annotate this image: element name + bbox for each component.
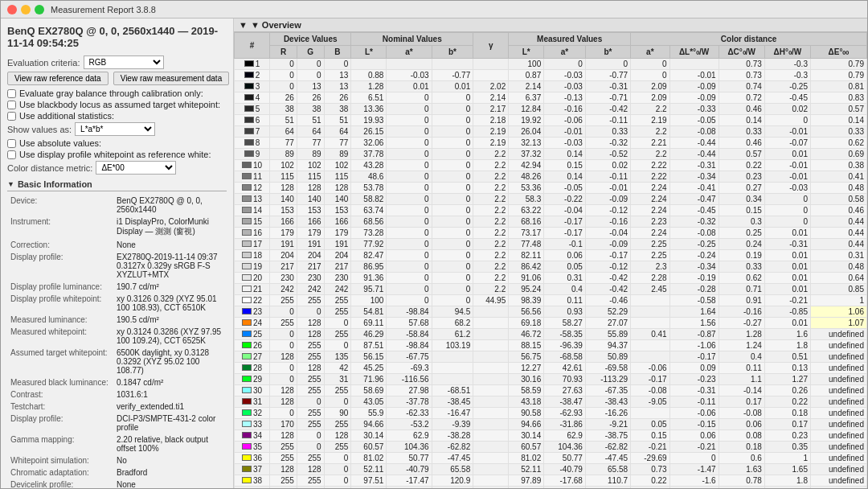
cell-a: 0.01 [387, 81, 432, 92]
evaluation-criteria-select[interactable]: RGB [84, 55, 164, 69]
cell-b: 153 [324, 205, 351, 216]
absolute-values-row: Use absolute values: [7, 138, 227, 148]
absolute-values-checkbox[interactable] [7, 139, 16, 148]
gray-balance-checkbox[interactable] [7, 89, 16, 98]
basic-info-field-label: Chromatic adaptation: [9, 467, 113, 478]
cell-b: 0 [324, 464, 351, 475]
cell-dc: -0.14 [719, 385, 764, 397]
data-row: 10001000000.73-0.30.79 [235, 59, 867, 70]
cell-dl: -0.09 [669, 81, 719, 92]
cell-r: 128 [270, 464, 297, 475]
basic-info-field-value: verify_extended.ti1 [115, 401, 225, 412]
cell-ma: -0.05 [544, 183, 586, 194]
cell-g: 166 [297, 216, 324, 228]
cell-dc: 0.73 [719, 70, 764, 81]
cell-de: 1.07 [810, 318, 866, 329]
minimize-button[interactable] [21, 5, 31, 14]
cell-g: 255 [297, 295, 324, 306]
cell-mb: 110.7 [585, 475, 630, 487]
cell-r: 255 [270, 318, 297, 329]
cell-num: 26 [235, 340, 270, 351]
maximize-button[interactable] [35, 5, 44, 14]
cell-mb: -38.75 [585, 430, 630, 442]
cell-a: -58.84 [387, 329, 432, 340]
show-values-select[interactable]: L*a*b* [75, 122, 155, 136]
view-raw-ref-button[interactable]: View raw reference data [7, 72, 108, 85]
cell-g: 255 [297, 374, 324, 385]
cell-r: 64 [270, 126, 297, 138]
basic-info-field-label: Device: [9, 195, 113, 215]
cell-g: 89 [297, 149, 324, 160]
cell-dc: 0.27 [719, 183, 764, 194]
cell-g: 0 [297, 70, 324, 81]
basic-info-field-value: DCI-P3/SMPTE-431-2 color profile [115, 413, 225, 433]
data-row: 2902553171.96-116.5630.1670.93-113.29-0.… [235, 374, 867, 385]
cell-mb: 40.45 [585, 487, 630, 489]
cell-g: 51 [297, 115, 324, 126]
cell-ma: -0.17 [544, 228, 586, 239]
cell-gamma: 2.2 [473, 216, 509, 228]
cell-r: 0 [270, 70, 297, 81]
cell-ma: -0.1 [544, 239, 586, 250]
cell-num: 33 [235, 419, 270, 430]
additional-stats-checkbox[interactable] [7, 112, 16, 121]
data-row: 3925525525598.13-17.4543.3898.15-19.7340… [235, 487, 867, 489]
cell-r: 170 [270, 419, 297, 430]
cell-dl: -0.25 [669, 239, 719, 250]
cell-ma2: 2.25 [631, 250, 670, 261]
basic-info-field-value: Bradford [115, 467, 225, 478]
cell-a: 0 [387, 216, 432, 228]
cell-l: 98.13 [351, 487, 387, 489]
data-table-container[interactable]: # Device Values Nominal Values γ Measure… [234, 32, 867, 488]
cell-num: 38 [235, 475, 270, 487]
data-row: 38255255097.51-17.47120.997.89-17.68110.… [235, 475, 867, 487]
cell-dl: -0.41 [669, 183, 719, 194]
cell-ml: 63.22 [509, 205, 544, 216]
cell-r: 0 [270, 329, 297, 340]
view-raw-meas-button[interactable]: View raw measurement data [113, 72, 230, 85]
color-distance-label: Color distance metric: [7, 163, 92, 173]
cell-l: 48.6 [351, 171, 387, 183]
cell-r: 191 [270, 239, 297, 250]
cell-dh: 0.17 [764, 419, 810, 430]
cell-ml: 94.66 [509, 419, 544, 430]
cell-r: 128 [270, 385, 297, 397]
cell-dh: 0.01 [764, 261, 810, 273]
cell-dh: 0.24 [764, 487, 810, 489]
cell-ma: -0.03 [544, 70, 586, 81]
cell-dc: 0.24 [719, 239, 764, 250]
cell-num: 14 [235, 205, 270, 216]
cell-dh: 0 [764, 205, 810, 216]
cell-gamma: 2.18 [473, 115, 509, 126]
basic-info-field-label: Display profile whitepoint: [9, 294, 113, 313]
cell-l: 94.66 [351, 419, 387, 430]
cell-ml: 19.92 [509, 115, 544, 126]
cell-dc: 1.28 [719, 329, 764, 340]
cell-b2: 0 [432, 138, 473, 149]
color-distance-select[interactable]: ΔE*00 [96, 161, 176, 175]
cell-gamma: 2.2 [473, 239, 509, 250]
cell-num: 37 [235, 464, 270, 475]
cell-ma: -0.13 [544, 92, 586, 104]
cell-dc: 0.74 [719, 81, 764, 92]
cell-ml: 88.15 [509, 340, 544, 351]
cell-gamma [473, 340, 509, 351]
cell-a: -98.84 [387, 340, 432, 351]
cell-num: 20 [235, 273, 270, 284]
display-profile-wp-checkbox[interactable] [7, 150, 16, 159]
data-row: 1415315315363.74002.263.22-0.04-0.122.24… [235, 205, 867, 216]
cell-dh: 0.01 [764, 250, 810, 261]
col-measured-values: Measured Values [509, 33, 631, 46]
close-button[interactable] [7, 5, 17, 14]
cell-a: -0.03 [387, 70, 432, 81]
cell-dh: -0.31 [764, 239, 810, 250]
cell-dl [669, 59, 719, 70]
cell-ma: -0.22 [544, 194, 586, 205]
cell-dh: -0.03 [764, 183, 810, 194]
blackbody-checkbox[interactable] [7, 101, 16, 109]
cell-num: 4 [235, 92, 270, 104]
cell-mb: -0.12 [585, 205, 630, 216]
cell-dh: 0.18 [764, 408, 810, 419]
basic-info-row: Measured black luminance:0.1847 cd/m² [9, 377, 225, 388]
gray-balance-row: Evaluate gray balance through calibratio… [7, 88, 227, 98]
